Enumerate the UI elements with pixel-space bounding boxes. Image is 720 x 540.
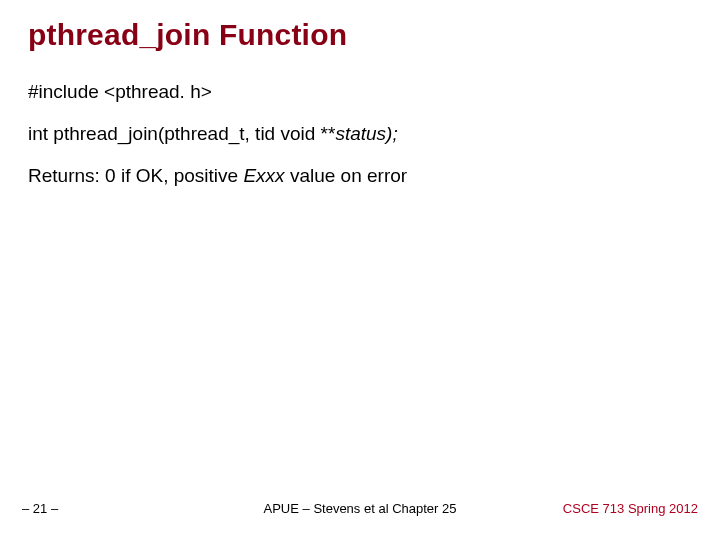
footer-right: CSCE 713 Spring 2012 — [563, 501, 698, 516]
footer: – 21 – APUE – Stevens et al Chapter 25 C… — [0, 501, 720, 516]
signature-status: status); — [335, 123, 397, 144]
signature-line: int pthread_join(pthread_t, tid void **s… — [28, 122, 692, 146]
returns-exxx: Exxx — [243, 165, 284, 186]
signature-text: int pthread_join(pthread_t, tid void ** — [28, 123, 335, 144]
slide: pthread_join Function #include <pthread.… — [0, 0, 720, 540]
slide-title: pthread_join Function — [28, 18, 692, 52]
page-number: – 21 – — [22, 501, 58, 516]
returns-pre: Returns: 0 if OK, positive — [28, 165, 243, 186]
returns-line: Returns: 0 if OK, positive Exxx value on… — [28, 164, 692, 188]
footer-center: APUE – Stevens et al Chapter 25 — [264, 501, 457, 516]
returns-post: value on error — [285, 165, 408, 186]
include-line: #include <pthread. h> — [28, 80, 692, 104]
